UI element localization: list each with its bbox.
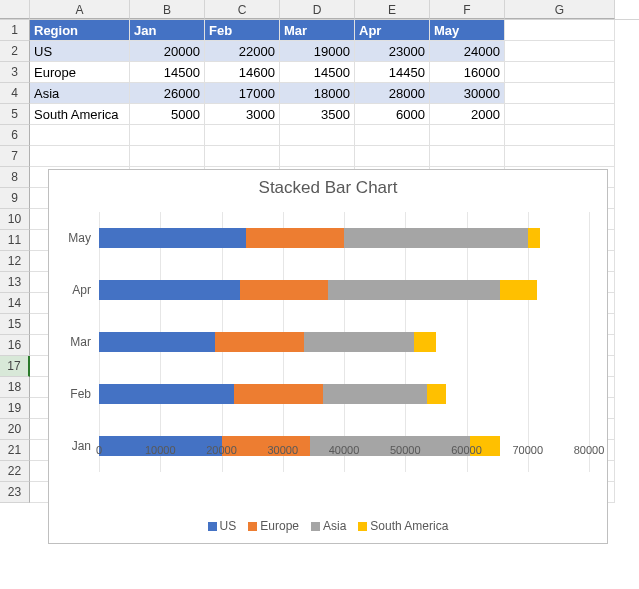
- cell-B1[interactable]: Jan: [130, 20, 205, 41]
- cell-F5[interactable]: 2000: [430, 104, 505, 125]
- row-header-18[interactable]: 18: [0, 377, 30, 398]
- cell-B5[interactable]: 5000: [130, 104, 205, 125]
- cell-G4[interactable]: [505, 83, 615, 104]
- cell-E1[interactable]: Apr: [355, 20, 430, 41]
- legend-item-south-america: South America: [358, 519, 448, 533]
- cell-D3[interactable]: 14500: [280, 62, 355, 83]
- cell-C7[interactable]: [205, 146, 280, 167]
- cell-D7[interactable]: [280, 146, 355, 167]
- row-header-11[interactable]: 11: [0, 230, 30, 251]
- cell-D4[interactable]: 18000: [280, 83, 355, 104]
- cell-F3[interactable]: 16000: [430, 62, 505, 83]
- legend-item-asia: Asia: [311, 519, 346, 533]
- cell-G6[interactable]: [505, 125, 615, 146]
- cell-A1[interactable]: Region: [30, 20, 130, 41]
- x-tick-label: 40000: [329, 444, 360, 456]
- row-header-5[interactable]: 5: [0, 104, 30, 125]
- cell-A4[interactable]: Asia: [30, 83, 130, 104]
- cell-G1[interactable]: [505, 20, 615, 41]
- gridline: [528, 212, 529, 472]
- row-header-9[interactable]: 9: [0, 188, 30, 209]
- row-header-3[interactable]: 3: [0, 62, 30, 83]
- select-all-corner[interactable]: [0, 0, 30, 19]
- cell-F6[interactable]: [430, 125, 505, 146]
- cell-C4[interactable]: 17000: [205, 83, 280, 104]
- row-header-8[interactable]: 8: [0, 167, 30, 188]
- x-tick-label: 20000: [206, 444, 237, 456]
- row-header-19[interactable]: 19: [0, 398, 30, 419]
- cell-A2[interactable]: US: [30, 41, 130, 62]
- bar-segment-europe: [246, 228, 344, 249]
- col-header-C[interactable]: C: [205, 0, 280, 19]
- cell-C5[interactable]: 3000: [205, 104, 280, 125]
- cell-G2[interactable]: [505, 41, 615, 62]
- cell-E5[interactable]: 6000: [355, 104, 430, 125]
- cell-C2[interactable]: 22000: [205, 41, 280, 62]
- x-axis: 0100002000030000400005000060000700008000…: [99, 444, 589, 464]
- row-header-23[interactable]: 23: [0, 482, 30, 503]
- cell-G7[interactable]: [505, 146, 615, 167]
- row-header-21[interactable]: 21: [0, 440, 30, 461]
- cell-G5[interactable]: [505, 104, 615, 125]
- bar-segment-us: [99, 228, 246, 249]
- row-header-10[interactable]: 10: [0, 209, 30, 230]
- cell-E4[interactable]: 28000: [355, 83, 430, 104]
- row-1: 1RegionJanFebMarAprMay: [0, 20, 639, 41]
- bar-segment-us: [99, 384, 234, 405]
- chart[interactable]: Stacked Bar ChartMayAprMarFebJan01000020…: [48, 169, 608, 544]
- bar-segment-us: [99, 280, 240, 301]
- cell-B4[interactable]: 26000: [130, 83, 205, 104]
- row-header-12[interactable]: 12: [0, 251, 30, 272]
- row-header-20[interactable]: 20: [0, 419, 30, 440]
- x-tick-label: 10000: [145, 444, 176, 456]
- bar-segment-europe: [234, 384, 323, 405]
- cell-F4[interactable]: 30000: [430, 83, 505, 104]
- row-header-2[interactable]: 2: [0, 41, 30, 62]
- row-header-14[interactable]: 14: [0, 293, 30, 314]
- y-category-label: Apr: [72, 280, 91, 301]
- x-tick-label: 70000: [512, 444, 543, 456]
- cell-C3[interactable]: 14600: [205, 62, 280, 83]
- cell-B2[interactable]: 20000: [130, 41, 205, 62]
- cell-D5[interactable]: 3500: [280, 104, 355, 125]
- x-tick-label: 80000: [574, 444, 605, 456]
- cell-F2[interactable]: 24000: [430, 41, 505, 62]
- cell-A6[interactable]: [30, 125, 130, 146]
- row-header-13[interactable]: 13: [0, 272, 30, 293]
- cell-C6[interactable]: [205, 125, 280, 146]
- col-header-B[interactable]: B: [130, 0, 205, 19]
- cell-G3[interactable]: [505, 62, 615, 83]
- cell-B3[interactable]: 14500: [130, 62, 205, 83]
- bar-segment-asia: [304, 332, 414, 353]
- row-5: 5South America50003000350060002000: [0, 104, 639, 125]
- row-header-7[interactable]: 7: [0, 146, 30, 167]
- row-header-1[interactable]: 1: [0, 20, 30, 41]
- cell-A3[interactable]: Europe: [30, 62, 130, 83]
- col-header-E[interactable]: E: [355, 0, 430, 19]
- cell-A5[interactable]: South America: [30, 104, 130, 125]
- cell-A7[interactable]: [30, 146, 130, 167]
- cell-E2[interactable]: 23000: [355, 41, 430, 62]
- cell-B6[interactable]: [130, 125, 205, 146]
- cell-E3[interactable]: 14450: [355, 62, 430, 83]
- row-header-4[interactable]: 4: [0, 83, 30, 104]
- bar-segment-europe: [215, 332, 304, 353]
- row-header-16[interactable]: 16: [0, 335, 30, 356]
- cell-D2[interactable]: 19000: [280, 41, 355, 62]
- row-header-17[interactable]: 17: [0, 356, 30, 377]
- cell-D1[interactable]: Mar: [280, 20, 355, 41]
- cell-E7[interactable]: [355, 146, 430, 167]
- row-header-15[interactable]: 15: [0, 314, 30, 335]
- cell-C1[interactable]: Feb: [205, 20, 280, 41]
- row-header-6[interactable]: 6: [0, 125, 30, 146]
- cell-F1[interactable]: May: [430, 20, 505, 41]
- cell-B7[interactable]: [130, 146, 205, 167]
- col-header-A[interactable]: A: [30, 0, 130, 19]
- cell-D6[interactable]: [280, 125, 355, 146]
- cell-E6[interactable]: [355, 125, 430, 146]
- row-header-22[interactable]: 22: [0, 461, 30, 482]
- cell-F7[interactable]: [430, 146, 505, 167]
- col-header-F[interactable]: F: [430, 0, 505, 19]
- col-header-D[interactable]: D: [280, 0, 355, 19]
- col-header-G[interactable]: G: [505, 0, 615, 19]
